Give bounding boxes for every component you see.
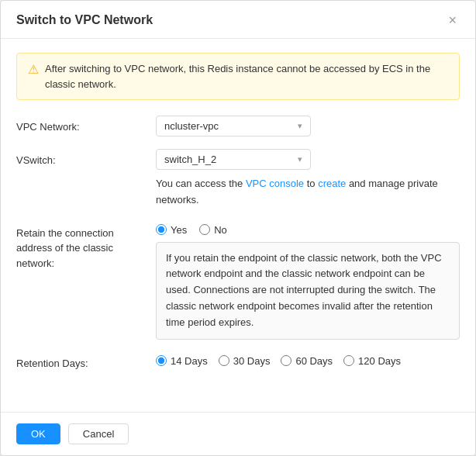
retain-row: Retain the connection address of the cla… xyxy=(16,221,460,340)
console-text-before: You can access the xyxy=(156,178,246,189)
retain-yes-radio[interactable] xyxy=(156,224,167,235)
retain-no-option[interactable]: No xyxy=(199,224,227,236)
vswitch-label: VSwitch: xyxy=(16,149,156,168)
days-120-radio[interactable] xyxy=(343,355,354,366)
vswitch-row: VSwitch: switch_H_2 ▾ You can access the… xyxy=(16,149,460,209)
vswitch-value: switch_H_2 xyxy=(164,154,216,165)
days-120-option[interactable]: 120 Days xyxy=(343,355,401,367)
days-30-radio[interactable] xyxy=(219,355,229,366)
days-60-label: 60 Days xyxy=(295,355,333,367)
retain-radio-group: Yes No xyxy=(156,221,460,236)
vpc-network-label: VPC Network: xyxy=(16,116,156,134)
dialog-footer: OK Cancel xyxy=(1,412,475,455)
alert-box: ⚠ After switching to VPC network, this R… xyxy=(16,53,460,100)
chevron-down-icon-2: ▾ xyxy=(298,154,302,164)
days-14-radio[interactable] xyxy=(156,355,167,366)
dialog: Switch to VPC Network × ⚠ After switchin… xyxy=(0,0,476,456)
vswitch-select[interactable]: switch_H_2 ▾ xyxy=(156,149,311,170)
days-14-option[interactable]: 14 Days xyxy=(156,355,208,367)
alert-text: After switching to VPC network, this Red… xyxy=(45,61,448,92)
vpc-network-select[interactable]: ncluster-vpc ▾ xyxy=(156,116,311,136)
days-60-radio[interactable] xyxy=(281,355,291,366)
days-14-label: 14 Days xyxy=(171,355,208,367)
warning-icon: ⚠ xyxy=(28,61,39,78)
days-30-label: 30 Days xyxy=(233,355,271,367)
console-text-middle: to xyxy=(304,178,318,189)
retain-label-line1: Retain the connection xyxy=(16,227,114,239)
vpc-console-info: You can access the VPC console to create… xyxy=(156,176,460,209)
vpc-console-link[interactable]: VPC console xyxy=(246,178,304,189)
retention-days-label: Retention Days: xyxy=(16,352,156,371)
create-link[interactable]: create xyxy=(318,178,346,189)
info-text: If you retain the endpoint of the classi… xyxy=(166,252,442,328)
days-60-option[interactable]: 60 Days xyxy=(281,355,333,367)
dialog-title: Switch to VPC Network xyxy=(16,13,153,27)
dialog-header: Switch to VPC Network × xyxy=(1,1,475,39)
vswitch-control: switch_H_2 ▾ You can access the VPC cons… xyxy=(156,149,460,209)
retention-days-control: 14 Days 30 Days 60 Days 120 Days xyxy=(156,352,460,367)
retention-days-radio-group: 14 Days 30 Days 60 Days 120 Days xyxy=(156,352,460,367)
retain-label-line3: network: xyxy=(16,257,54,269)
retain-label: Retain the connection address of the cla… xyxy=(16,221,156,271)
chevron-down-icon: ▾ xyxy=(298,121,302,131)
retain-label-line2: address of the classic xyxy=(16,242,113,254)
retention-days-row: Retention Days: 14 Days 30 Days 60 Days xyxy=(16,352,460,371)
vpc-network-control: ncluster-vpc ▾ xyxy=(156,116,460,136)
retain-no-radio[interactable] xyxy=(199,224,210,235)
vpc-network-row: VPC Network: ncluster-vpc ▾ xyxy=(16,116,460,136)
dialog-body: ⚠ After switching to VPC network, this R… xyxy=(1,39,475,412)
retain-yes-option[interactable]: Yes xyxy=(156,224,187,236)
days-30-option[interactable]: 30 Days xyxy=(219,355,271,367)
close-button[interactable]: × xyxy=(445,12,460,29)
ok-button[interactable]: OK xyxy=(16,423,60,444)
retain-control: Yes No If you retain the endpoint of the… xyxy=(156,221,460,340)
info-text-box: If you retain the endpoint of the classi… xyxy=(156,242,460,340)
days-120-label: 120 Days xyxy=(358,355,401,367)
retain-yes-label: Yes xyxy=(171,224,187,236)
cancel-button[interactable]: Cancel xyxy=(68,423,129,444)
retain-no-label: No xyxy=(214,224,227,236)
vpc-network-value: ncluster-vpc xyxy=(164,120,219,132)
